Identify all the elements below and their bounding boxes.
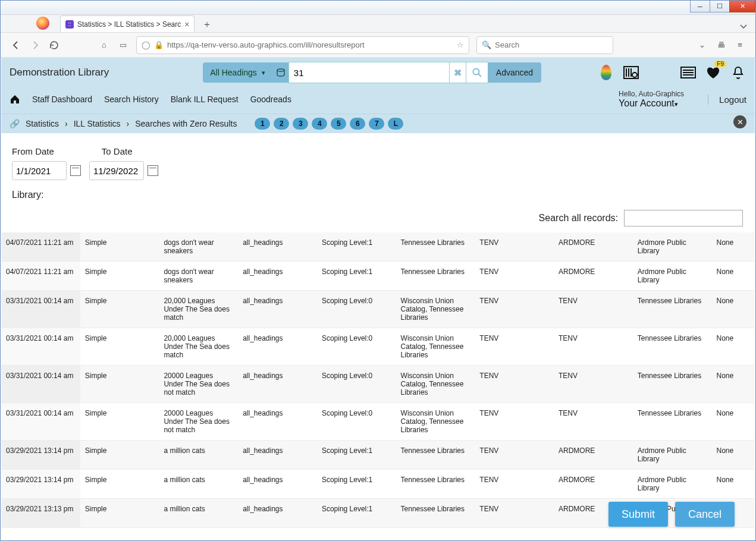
- browser-search-bar[interactable]: 🔍: [476, 36, 613, 54]
- cell: Tennessee Libraries: [396, 232, 475, 262]
- cell: Ardmore Public Library: [633, 262, 712, 291]
- cell: Simple: [80, 328, 159, 366]
- tabs-dropdown-icon[interactable]: [738, 20, 749, 32]
- search-all-input[interactable]: [624, 210, 743, 227]
- pocket-icon[interactable]: ⌄: [696, 39, 708, 51]
- url-bar[interactable]: ◯ 🔒 ☆: [136, 36, 469, 54]
- print-icon[interactable]: 🖶: [715, 39, 727, 51]
- cell: Scoping Level:1: [317, 441, 396, 470]
- cell: None: [711, 366, 755, 403]
- cell: 03/31/2021 00:14 am: [1, 403, 80, 441]
- firefox-logo-icon: [36, 17, 49, 30]
- window-close-button[interactable]: ✕: [729, 1, 755, 12]
- cell: TENV: [554, 291, 633, 328]
- cell: 03/29/2021 13:14 pm: [1, 470, 80, 499]
- pager-page-1[interactable]: 1: [255, 118, 270, 130]
- pager-page-2[interactable]: 2: [274, 118, 289, 130]
- cell: 20000 Leagues Under The Sea does not mat…: [159, 403, 238, 441]
- search-type-dropdown[interactable]: All Headings ▾: [203, 62, 272, 83]
- pager-page-7[interactable]: 7: [369, 118, 384, 130]
- cell: all_headings: [238, 441, 317, 470]
- bookmark-star-icon[interactable]: ☆: [457, 40, 464, 49]
- cell: TENV: [475, 403, 554, 441]
- cell: Tennessee Libraries: [396, 441, 475, 470]
- balloon-icon[interactable]: [598, 64, 614, 81]
- scan-icon[interactable]: [623, 64, 639, 81]
- table-row[interactable]: 03/29/2021 13:14 pmSimplea million catsa…: [1, 470, 755, 499]
- table-row[interactable]: 04/07/2021 11:21 amSimpledogs don't wear…: [1, 232, 755, 262]
- nav-back-icon[interactable]: [10, 39, 22, 51]
- clear-search-icon[interactable]: ✖: [450, 62, 466, 83]
- table-row[interactable]: 03/31/2021 00:14 amSimple20,000 Leagues …: [1, 328, 755, 366]
- crumb-1[interactable]: Statistics: [26, 119, 59, 128]
- pager-page-3[interactable]: 3: [293, 118, 308, 130]
- pager-page-4[interactable]: 4: [312, 118, 327, 130]
- bell-icon[interactable]: [730, 64, 746, 81]
- cell: a million cats: [159, 499, 238, 528]
- to-date-label: To Date: [102, 146, 133, 156]
- cell: Tennessee Libraries: [633, 291, 712, 328]
- from-date-input[interactable]: [12, 161, 67, 180]
- advanced-search-button[interactable]: Advanced: [488, 62, 541, 83]
- url-input[interactable]: [167, 40, 453, 49]
- ext-icon-2[interactable]: ▭: [117, 39, 129, 51]
- cell: None: [711, 291, 755, 328]
- cell: all_headings: [238, 291, 317, 328]
- pager-page-5[interactable]: 5: [331, 118, 346, 130]
- crumb-2[interactable]: ILL Statistics: [74, 119, 121, 128]
- pager-page-L[interactable]: L: [388, 118, 403, 130]
- ext-icon-1[interactable]: ⌂: [98, 39, 110, 51]
- table-row[interactable]: 03/31/2021 00:14 amSimple20,000 Leagues …: [1, 291, 755, 328]
- calendar-icon[interactable]: [70, 165, 81, 176]
- cell: Wisconsin Union Catalog, Tennessee Libra…: [396, 328, 475, 366]
- nav-reload-icon[interactable]: [48, 39, 60, 51]
- shield-icon[interactable]: ◯: [142, 40, 150, 49]
- nav-goodreads[interactable]: Goodreads: [250, 95, 291, 104]
- table-row[interactable]: 03/31/2021 00:14 amSimple20000 Leagues U…: [1, 366, 755, 403]
- home-icon[interactable]: [10, 94, 20, 105]
- catalog-search-input[interactable]: [289, 62, 450, 83]
- window-maximize-button[interactable]: ☐: [710, 1, 730, 12]
- submit-button[interactable]: Submit: [608, 502, 668, 527]
- cell: TENV: [475, 499, 554, 528]
- to-date-input[interactable]: [89, 161, 144, 180]
- table-row[interactable]: 04/07/2021 11:21 amSimpledogs don't wear…: [1, 262, 755, 291]
- list-view-icon[interactable]: [680, 64, 697, 81]
- breadcrumb-row: 🔗 Statistics › ILL Statistics › Searches…: [1, 114, 755, 133]
- account-menu[interactable]: Hello, Auto-Graphics Your Account▾: [619, 90, 684, 109]
- run-search-icon[interactable]: [466, 62, 488, 83]
- cell: TENV: [475, 441, 554, 470]
- new-tab-button[interactable]: ＋: [199, 17, 215, 32]
- browser-tab-active[interactable]: :: Statistics > ILL Statistics > Searc ×: [60, 15, 195, 32]
- window-minimize-button[interactable]: ─: [690, 1, 710, 12]
- favorites-icon[interactable]: F9: [705, 64, 722, 81]
- close-panel-icon[interactable]: ✕: [733, 115, 746, 128]
- cell: Simple: [80, 441, 159, 470]
- database-icon[interactable]: [272, 62, 289, 83]
- footer-actions: Submit Cancel: [608, 502, 735, 527]
- cell: 03/31/2021 00:14 am: [1, 328, 80, 366]
- cell: TENV: [554, 366, 633, 403]
- page-viewport[interactable]: Demonstration Library All Headings ▾ ✖ A…: [1, 58, 755, 540]
- table-row[interactable]: 03/29/2021 13:14 pmSimplea million catsa…: [1, 441, 755, 470]
- nav-blank-ill[interactable]: Blank ILL Request: [171, 95, 239, 104]
- hamburger-menu-icon[interactable]: ≡: [734, 39, 746, 51]
- table-row[interactable]: 03/31/2021 00:14 amSimple20000 Leagues U…: [1, 403, 755, 441]
- pager-page-6[interactable]: 6: [350, 118, 365, 130]
- logout-link[interactable]: Logout: [708, 95, 746, 105]
- nav-forward-icon: [29, 39, 41, 51]
- nav-staff-dashboard[interactable]: Staff Dashboard: [32, 95, 92, 104]
- favorites-badge: F9: [714, 61, 726, 67]
- nav-search-history[interactable]: Search History: [104, 95, 159, 104]
- tab-close-icon[interactable]: ×: [184, 20, 189, 29]
- calendar-icon[interactable]: [148, 165, 158, 176]
- cell: TENV: [475, 328, 554, 366]
- lock-icon[interactable]: 🔒: [154, 40, 164, 49]
- cell: None: [711, 262, 755, 291]
- cancel-button[interactable]: Cancel: [675, 502, 735, 527]
- cell: Ardmore Public Library: [633, 470, 712, 499]
- cell: Scoping Level:0: [317, 403, 396, 441]
- cell: ARDMORE: [554, 441, 633, 470]
- cell: TENV: [475, 366, 554, 403]
- browser-search-input[interactable]: [495, 40, 608, 49]
